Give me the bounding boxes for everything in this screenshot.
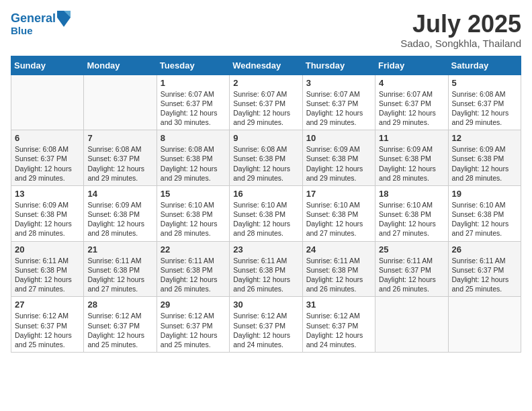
calendar-day-cell: 30Sunrise: 6:12 AM Sunset: 6:37 PM Dayli… [230, 297, 302, 353]
day-info: Sunrise: 6:10 AM Sunset: 6:38 PM Dayligh… [306, 200, 371, 238]
day-info: Sunrise: 6:09 AM Sunset: 6:38 PM Dayligh… [15, 200, 80, 238]
weekday-header: Tuesday [157, 56, 229, 75]
day-number: 11 [379, 133, 444, 143]
calendar-week-row: 27Sunrise: 6:12 AM Sunset: 6:37 PM Dayli… [11, 297, 521, 353]
day-info: Sunrise: 6:10 AM Sunset: 6:38 PM Dayligh… [161, 200, 226, 238]
calendar-day-cell [84, 75, 157, 130]
logo-text: General [11, 12, 56, 26]
calendar-day-cell: 6Sunrise: 6:08 AM Sunset: 6:37 PM Daylig… [11, 130, 84, 186]
weekday-header: Wednesday [230, 56, 302, 75]
title-block: July 2025 Sadao, Songkhla, Thailand [400, 11, 521, 49]
day-info: Sunrise: 6:07 AM Sunset: 6:37 PM Dayligh… [306, 89, 371, 128]
logo-blue-text: Blue [11, 26, 71, 37]
calendar-day-cell [448, 297, 521, 353]
calendar-day-cell: 17Sunrise: 6:10 AM Sunset: 6:38 PM Dayli… [302, 185, 375, 241]
weekday-header: Saturday [448, 56, 521, 75]
calendar-table: SundayMondayTuesdayWednesdayThursdayFrid… [11, 56, 521, 353]
calendar-day-cell: 29Sunrise: 6:12 AM Sunset: 6:37 PM Dayli… [157, 297, 229, 353]
day-number: 1 [161, 78, 226, 88]
calendar-day-cell: 1Sunrise: 6:07 AM Sunset: 6:37 PM Daylig… [157, 75, 229, 130]
calendar-week-row: 1Sunrise: 6:07 AM Sunset: 6:37 PM Daylig… [11, 75, 521, 130]
day-number: 7 [87, 133, 152, 143]
page-header: General Blue July 2025 Sadao, Songkhla, … [11, 11, 521, 49]
calendar-week-row: 13Sunrise: 6:09 AM Sunset: 6:38 PM Dayli… [11, 185, 521, 241]
day-info: Sunrise: 6:07 AM Sunset: 6:37 PM Dayligh… [233, 89, 298, 128]
calendar-day-cell: 9Sunrise: 6:08 AM Sunset: 6:38 PM Daylig… [230, 130, 302, 186]
calendar-day-cell: 31Sunrise: 6:12 AM Sunset: 6:37 PM Dayli… [302, 297, 375, 353]
calendar-day-cell: 22Sunrise: 6:11 AM Sunset: 6:38 PM Dayli… [157, 241, 229, 297]
month-title: July 2025 [400, 11, 521, 38]
calendar-week-row: 20Sunrise: 6:11 AM Sunset: 6:38 PM Dayli… [11, 241, 521, 297]
calendar-day-cell: 26Sunrise: 6:11 AM Sunset: 6:37 PM Dayli… [448, 241, 521, 297]
day-info: Sunrise: 6:11 AM Sunset: 6:37 PM Dayligh… [379, 256, 444, 294]
day-number: 18 [379, 189, 444, 199]
calendar-day-cell: 14Sunrise: 6:09 AM Sunset: 6:38 PM Dayli… [84, 185, 157, 241]
day-number: 26 [452, 244, 517, 255]
calendar-day-cell [375, 297, 448, 353]
calendar-day-cell: 28Sunrise: 6:12 AM Sunset: 6:37 PM Dayli… [84, 297, 157, 353]
day-info: Sunrise: 6:07 AM Sunset: 6:37 PM Dayligh… [161, 89, 226, 128]
day-info: Sunrise: 6:12 AM Sunset: 6:37 PM Dayligh… [15, 311, 80, 349]
day-number: 3 [306, 78, 371, 88]
calendar-day-cell: 18Sunrise: 6:10 AM Sunset: 6:38 PM Dayli… [375, 185, 448, 241]
day-info: Sunrise: 6:09 AM Sunset: 6:38 PM Dayligh… [452, 144, 517, 183]
calendar-week-row: 6Sunrise: 6:08 AM Sunset: 6:37 PM Daylig… [11, 130, 521, 186]
day-number: 12 [452, 133, 517, 143]
day-info: Sunrise: 6:08 AM Sunset: 6:38 PM Dayligh… [233, 144, 298, 183]
logo: General Blue [11, 11, 71, 37]
day-info: Sunrise: 6:11 AM Sunset: 6:38 PM Dayligh… [161, 256, 226, 294]
day-number: 19 [452, 189, 517, 199]
day-info: Sunrise: 6:10 AM Sunset: 6:38 PM Dayligh… [233, 200, 298, 238]
calendar-day-cell: 3Sunrise: 6:07 AM Sunset: 6:37 PM Daylig… [302, 75, 375, 130]
day-number: 29 [161, 300, 226, 310]
calendar-day-cell: 19Sunrise: 6:10 AM Sunset: 6:38 PM Dayli… [448, 185, 521, 241]
calendar-day-cell: 24Sunrise: 6:11 AM Sunset: 6:38 PM Dayli… [302, 241, 375, 297]
day-info: Sunrise: 6:12 AM Sunset: 6:37 PM Dayligh… [87, 311, 152, 349]
calendar-day-cell: 16Sunrise: 6:10 AM Sunset: 6:38 PM Dayli… [230, 185, 302, 241]
day-number: 28 [87, 300, 152, 310]
weekday-header: Thursday [302, 56, 375, 75]
day-number: 5 [452, 78, 517, 88]
day-info: Sunrise: 6:08 AM Sunset: 6:38 PM Dayligh… [161, 144, 226, 183]
day-number: 8 [161, 133, 226, 143]
day-number: 25 [379, 244, 444, 255]
logo-icon [57, 11, 71, 27]
day-info: Sunrise: 6:12 AM Sunset: 6:37 PM Dayligh… [306, 311, 371, 349]
day-info: Sunrise: 6:09 AM Sunset: 6:38 PM Dayligh… [379, 144, 444, 183]
day-number: 31 [306, 300, 371, 310]
day-info: Sunrise: 6:11 AM Sunset: 6:38 PM Dayligh… [87, 256, 152, 294]
calendar-day-cell: 23Sunrise: 6:11 AM Sunset: 6:38 PM Dayli… [230, 241, 302, 297]
calendar-day-cell: 21Sunrise: 6:11 AM Sunset: 6:38 PM Dayli… [84, 241, 157, 297]
location: Sadao, Songkhla, Thailand [400, 38, 521, 49]
day-info: Sunrise: 6:11 AM Sunset: 6:38 PM Dayligh… [306, 256, 371, 294]
calendar-day-cell: 11Sunrise: 6:09 AM Sunset: 6:38 PM Dayli… [375, 130, 448, 186]
calendar-day-cell: 27Sunrise: 6:12 AM Sunset: 6:37 PM Dayli… [11, 297, 84, 353]
day-info: Sunrise: 6:12 AM Sunset: 6:37 PM Dayligh… [233, 311, 298, 349]
day-info: Sunrise: 6:11 AM Sunset: 6:38 PM Dayligh… [15, 256, 80, 294]
day-number: 10 [306, 133, 371, 143]
day-info: Sunrise: 6:08 AM Sunset: 6:37 PM Dayligh… [87, 144, 152, 183]
day-number: 9 [233, 133, 298, 143]
day-info: Sunrise: 6:08 AM Sunset: 6:37 PM Dayligh… [15, 144, 80, 183]
day-info: Sunrise: 6:10 AM Sunset: 6:38 PM Dayligh… [452, 200, 517, 238]
calendar-day-cell [11, 75, 84, 130]
day-number: 13 [15, 189, 80, 199]
day-number: 24 [306, 244, 371, 255]
weekday-header: Monday [84, 56, 157, 75]
day-number: 14 [87, 189, 152, 199]
weekday-header: Sunday [11, 56, 84, 75]
calendar-day-cell: 25Sunrise: 6:11 AM Sunset: 6:37 PM Dayli… [375, 241, 448, 297]
day-number: 4 [379, 78, 444, 88]
day-info: Sunrise: 6:09 AM Sunset: 6:38 PM Dayligh… [306, 144, 371, 183]
calendar-header-row: SundayMondayTuesdayWednesdayThursdayFrid… [11, 56, 521, 75]
day-number: 21 [87, 244, 152, 255]
day-info: Sunrise: 6:10 AM Sunset: 6:38 PM Dayligh… [379, 200, 444, 238]
day-info: Sunrise: 6:09 AM Sunset: 6:38 PM Dayligh… [87, 200, 152, 238]
calendar-day-cell: 2Sunrise: 6:07 AM Sunset: 6:37 PM Daylig… [230, 75, 302, 130]
calendar-day-cell: 7Sunrise: 6:08 AM Sunset: 6:37 PM Daylig… [84, 130, 157, 186]
day-number: 6 [15, 133, 80, 143]
day-number: 30 [233, 300, 298, 310]
day-number: 16 [233, 189, 298, 199]
calendar-day-cell: 12Sunrise: 6:09 AM Sunset: 6:38 PM Dayli… [448, 130, 521, 186]
calendar-day-cell: 20Sunrise: 6:11 AM Sunset: 6:38 PM Dayli… [11, 241, 84, 297]
